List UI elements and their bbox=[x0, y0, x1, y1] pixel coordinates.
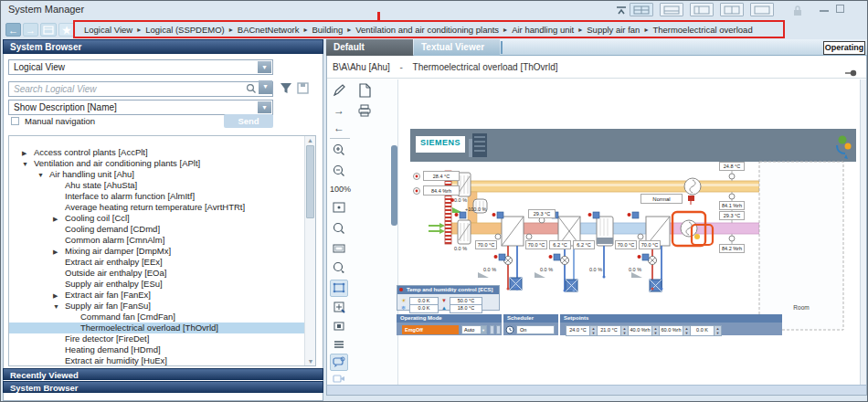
tab-default[interactable]: Default bbox=[326, 39, 413, 56]
zoom-in-icon[interactable] bbox=[330, 143, 348, 160]
print-icon[interactable] bbox=[355, 103, 374, 121]
tree-expander-icon[interactable]: ▼ bbox=[22, 159, 34, 170]
apply-button[interactable] bbox=[490, 325, 494, 334]
select-frame-icon[interactable] bbox=[330, 280, 348, 297]
send-button[interactable]: Send bbox=[224, 114, 273, 128]
forward-nav-icon[interactable]: → bbox=[330, 101, 348, 119]
minimize-button[interactable] bbox=[820, 10, 829, 12]
chevron-down-icon[interactable]: ▼ bbox=[481, 326, 486, 333]
tree-item[interactable]: ▼Supply air fan [FanSu] bbox=[9, 301, 315, 312]
callout-zoom-icon[interactable] bbox=[330, 354, 348, 371]
scheduler-value[interactable]: On bbox=[516, 325, 555, 334]
tree-scrollbar[interactable]: ▲ ▼ bbox=[304, 136, 315, 365]
zoom-out-icon[interactable] bbox=[330, 164, 348, 181]
tree-item-label: Fire detector [FireDet] bbox=[65, 333, 149, 344]
magnifier-icon[interactable] bbox=[330, 221, 348, 238]
tree-item[interactable]: Thermoelectrical overload [ThOvrld] bbox=[9, 323, 315, 333]
extract-fan-icon[interactable] bbox=[684, 178, 701, 205]
resize-frame-icon[interactable] bbox=[330, 319, 348, 336]
history-button[interactable] bbox=[40, 23, 57, 37]
back-button[interactable]: ← bbox=[5, 23, 21, 37]
tree-item[interactable]: ▼Ventilation and air conditioning plants… bbox=[9, 158, 315, 169]
edit-pencil-icon[interactable] bbox=[330, 83, 348, 100]
recently-viewed-bar[interactable]: Recently Viewed bbox=[3, 368, 323, 380]
new-page-icon[interactable] bbox=[355, 82, 374, 100]
tree-item[interactable]: ▶Access control plants [AccPlt] bbox=[9, 147, 315, 158]
fit-to-view-icon[interactable] bbox=[330, 200, 348, 217]
scrollbar-thumb[interactable] bbox=[306, 145, 314, 218]
tree-expander-icon[interactable]: ▼ bbox=[37, 170, 49, 181]
breadcrumb-separator-icon: ▸ bbox=[137, 26, 141, 34]
tree-item[interactable]: ▼Air handling unit [Ahu] bbox=[9, 169, 315, 180]
display-mode-combo[interactable]: Show Description [Name] ▼ bbox=[8, 100, 273, 115]
supply-fan-icon[interactable] bbox=[681, 220, 697, 237]
filter-icon[interactable] bbox=[280, 81, 292, 98]
layout-split-button[interactable] bbox=[720, 3, 744, 16]
breadcrumb-item[interactable]: Ventilation and air conditioning plants bbox=[355, 25, 499, 35]
zoom-window-icon[interactable] bbox=[330, 241, 348, 259]
scroll-down-icon[interactable]: ▼ bbox=[305, 357, 316, 365]
back-nav-icon[interactable]: ← bbox=[330, 119, 348, 136]
view-selector-combo[interactable]: Logical View ▼ bbox=[8, 59, 273, 75]
tree-item[interactable]: Interface to alarm function [AlmItf] bbox=[9, 191, 315, 202]
search-icon[interactable] bbox=[246, 81, 257, 98]
pan-move-icon[interactable] bbox=[330, 300, 348, 317]
edit-button[interactable] bbox=[496, 325, 501, 334]
breadcrumb-item[interactable]: BACnetNetwork bbox=[238, 25, 300, 35]
breadcrumb-item[interactable]: Thermoelectrical overload bbox=[652, 25, 752, 35]
tree-item[interactable]: Cooling demand [CDmd] bbox=[9, 224, 315, 235]
breadcrumb-item[interactable]: Supply air fan bbox=[587, 25, 640, 35]
scroll-up-icon[interactable]: ▲ bbox=[305, 136, 315, 144]
splitter-handle[interactable] bbox=[391, 145, 397, 226]
tree-item[interactable]: ▶Mixing air damper [DmpMx] bbox=[9, 246, 315, 257]
maximize-button[interactable] bbox=[836, 5, 844, 13]
layout-left-button[interactable] bbox=[690, 3, 714, 16]
max-limit-icon: ▼ bbox=[441, 297, 447, 304]
tree-item[interactable]: ▶Cooling coil [Ccl] bbox=[9, 213, 315, 224]
layers-icon[interactable] bbox=[330, 337, 348, 354]
tree-item[interactable]: Fire detector [FireDet] bbox=[9, 333, 315, 344]
breadcrumb-item[interactable]: Logical (SSPDEMO) bbox=[145, 25, 225, 35]
tree-item[interactable]: Outside air enthalpy [EOa] bbox=[9, 268, 315, 279]
operating-mode-button[interactable]: Operating bbox=[823, 41, 865, 55]
tree-item[interactable]: Common alarm [CmnAlm] bbox=[9, 235, 315, 246]
tree-item[interactable]: Extract air enthalpy [EEx] bbox=[9, 257, 315, 268]
tree-item[interactable]: Extract air humidity [HuEx] bbox=[9, 355, 315, 366]
tree-item[interactable]: Heating demand [HDmd] bbox=[9, 344, 315, 355]
layout-grid-button[interactable] bbox=[630, 3, 653, 16]
tree-item-label: Cooling demand [CDmd] bbox=[65, 224, 160, 234]
chevron-down-icon[interactable]: ▼ bbox=[258, 101, 271, 113]
operating-mode-combo[interactable]: Auto ▼ bbox=[461, 325, 487, 334]
forward-button[interactable]: → bbox=[23, 23, 38, 37]
tree-item[interactable]: Ahu state [AhuSta] bbox=[9, 180, 315, 191]
system-browser-bar[interactable]: System Browser bbox=[3, 381, 323, 393]
layout-bottom-button[interactable] bbox=[660, 3, 683, 16]
valve-icons[interactable] bbox=[504, 257, 657, 265]
chevron-down-icon[interactable]: ▼ bbox=[258, 61, 271, 73]
save-search-icon[interactable] bbox=[297, 81, 309, 98]
pin-icon[interactable] bbox=[845, 64, 858, 80]
lock-icon[interactable] bbox=[792, 4, 803, 16]
search-options-chevron-icon[interactable]: ▼ bbox=[259, 80, 272, 94]
layout-single-button[interactable] bbox=[750, 3, 774, 16]
operating-mode-value[interactable]: EmgOff bbox=[402, 325, 459, 334]
spinner-buttons[interactable]: ▲▼ bbox=[714, 325, 722, 336]
tree-item[interactable]: Command fan [CmdFan] bbox=[9, 312, 315, 323]
collapse-panels-icon[interactable] bbox=[615, 4, 628, 16]
tree-item[interactable]: Supply air enthalpy [ESu] bbox=[9, 279, 315, 290]
tree-container: ▶Access control plants [AccPlt]▼Ventilat… bbox=[8, 135, 316, 366]
breadcrumb-item[interactable]: Air handling unit bbox=[512, 25, 574, 35]
tree-expander-icon[interactable]: ▼ bbox=[53, 302, 65, 312]
breadcrumb-item[interactable]: Logical View bbox=[84, 25, 132, 35]
tree-item[interactable]: ▶Extract air fan [FanEx] bbox=[9, 290, 315, 301]
breadcrumb-item[interactable]: Building bbox=[312, 25, 343, 35]
tab-textual-viewer[interactable]: Textual Viewer bbox=[414, 39, 500, 56]
zoom-selection-icon[interactable] bbox=[330, 260, 348, 278]
search-input[interactable] bbox=[8, 81, 273, 97]
pump-icons[interactable] bbox=[510, 278, 662, 291]
object-path[interactable]: B\A\Ahu [Ahu] bbox=[333, 62, 390, 72]
favorites-star-icon[interactable]: ★ bbox=[58, 23, 75, 37]
tree-item[interactable]: Average heating return temperature [Avrt… bbox=[9, 202, 315, 213]
manual-navigation-checkbox[interactable] bbox=[11, 117, 19, 125]
setpoint-value: 60.0 %rh bbox=[659, 325, 683, 336]
